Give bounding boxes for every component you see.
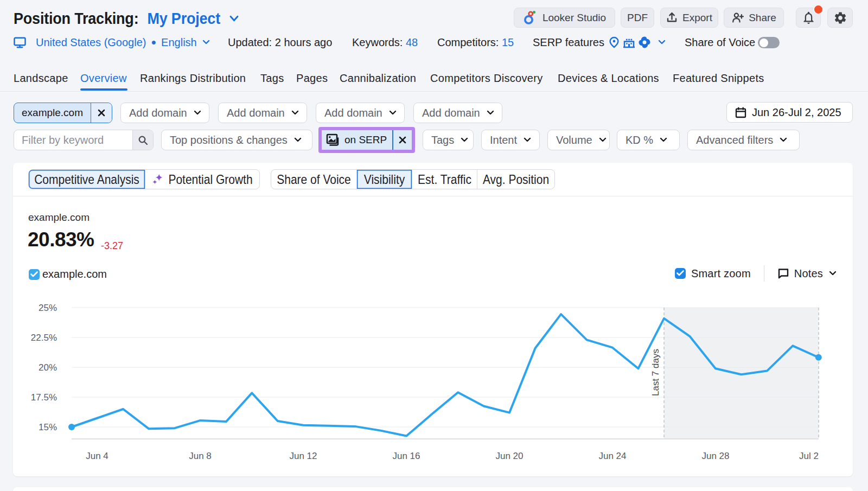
svg-text:Jun 4: Jun 4 (86, 451, 108, 461)
svg-text:22.5%: 22.5% (31, 333, 57, 343)
svg-text:20%: 20% (39, 362, 57, 373)
svg-text:Jun 16: Jun 16 (392, 451, 420, 461)
svg-text:17.5%: 17.5% (31, 392, 57, 403)
svg-text:25%: 25% (39, 303, 57, 313)
svg-text:Jun 12: Jun 12 (289, 451, 317, 461)
svg-text:Jun 28: Jun 28 (701, 451, 729, 461)
svg-text:Jun 20: Jun 20 (495, 451, 523, 461)
svg-text:15%: 15% (39, 422, 57, 432)
svg-text:Jun 8: Jun 8 (189, 451, 212, 461)
svg-text:Last 7 days: Last 7 days (650, 349, 661, 396)
svg-text:Jul 2: Jul 2 (799, 451, 819, 461)
svg-text:Jun 24: Jun 24 (598, 451, 626, 461)
